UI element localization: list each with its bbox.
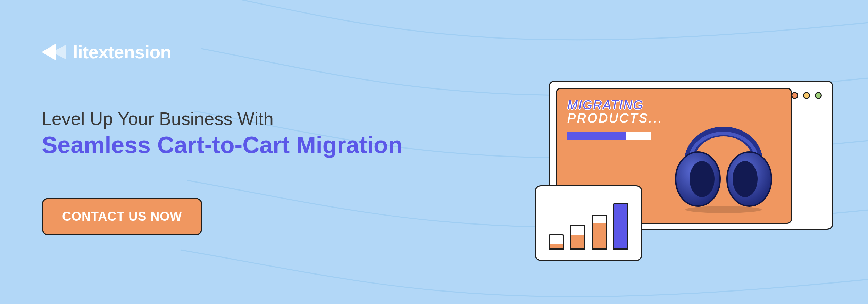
hero-tagline: Level Up Your Business With xyxy=(42,108,402,129)
hero-copy: Level Up Your Business With Seamless Car… xyxy=(42,108,402,158)
window-dot-red-icon xyxy=(791,92,798,99)
window-dot-green-icon xyxy=(815,92,822,99)
headphones-icon xyxy=(665,99,783,213)
hero-illustration: MIGRATING PRODUCTS... xyxy=(535,81,833,261)
chart-card xyxy=(535,185,642,261)
cta-label: CONTACT US NOW xyxy=(62,209,182,224)
progress-track xyxy=(626,132,651,140)
window-controls xyxy=(791,92,822,99)
progress-fill xyxy=(567,132,626,140)
window-dot-yellow-icon xyxy=(803,92,810,99)
svg-point-3 xyxy=(690,161,715,197)
contact-us-button[interactable]: CONTACT US NOW xyxy=(42,198,202,235)
chart-bar xyxy=(549,234,564,250)
hero-headline: Seamless Cart-to-Cart Migration xyxy=(42,131,402,158)
svg-point-5 xyxy=(733,161,758,197)
chart-bar xyxy=(613,203,628,250)
svg-point-6 xyxy=(685,206,762,213)
brand-logo: litextension xyxy=(42,42,171,62)
brand-logo-icon xyxy=(42,42,67,62)
chart-bar xyxy=(592,215,607,250)
brand-logo-text: litextension xyxy=(73,42,171,62)
chart-bar xyxy=(570,225,585,250)
